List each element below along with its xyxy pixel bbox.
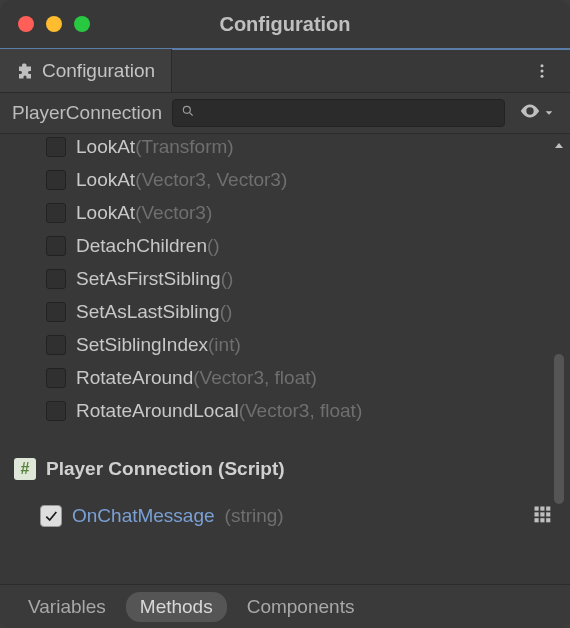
method-name: OnChatMessage [72,505,215,527]
method-checkbox[interactable] [46,335,66,355]
method-list-scroll: LookAt(Transform)LookAt(Vector3, Vector3… [0,134,570,584]
svg-rect-9 [540,512,544,516]
method-checkbox[interactable] [46,401,66,421]
method-name: DetachChildren [76,235,207,256]
svg-rect-12 [540,518,544,522]
footer-tabs: Variables Methods Components [0,584,570,628]
method-list: LookAt(Transform)LookAt(Vector3, Vector3… [0,134,570,431]
method-checkbox[interactable] [46,203,66,223]
svg-rect-13 [546,518,550,522]
svg-point-3 [183,106,190,113]
svg-point-0 [541,64,544,67]
method-params: (Vector3) [135,202,212,223]
titlebar: Configuration [0,0,570,48]
close-window-icon[interactable] [18,16,34,32]
svg-rect-7 [546,506,550,510]
tab-bar: Configuration [0,48,570,92]
traffic-lights [18,16,90,32]
method-params: (Vector3, float) [193,367,317,388]
method-name: RotateAroundLocal [76,400,239,421]
method-name: SetAsFirstSibling [76,268,221,289]
method-name: SetAsLastSibling [76,301,220,322]
method-checkbox[interactable] [46,137,66,157]
scroll-up-icon[interactable] [552,140,566,152]
tab-label: Configuration [42,60,155,82]
method-checkbox[interactable] [40,505,62,527]
method-checkbox[interactable] [46,170,66,190]
overflow-menu-button[interactable] [524,62,560,80]
method-params: () [207,235,220,256]
method-params: (string) [225,505,284,527]
method-item[interactable]: DetachChildren() [0,229,570,262]
tab-configuration[interactable]: Configuration [0,49,172,93]
footer-tab-methods[interactable]: Methods [126,592,227,622]
svg-rect-11 [535,518,539,522]
svg-line-4 [190,113,193,116]
svg-point-1 [541,70,544,73]
eye-icon [519,100,541,126]
method-item[interactable]: SetAsFirstSibling() [0,262,570,295]
minimize-window-icon[interactable] [46,16,62,32]
breadcrumb-row: PlayerConnection [0,92,570,134]
method-item[interactable]: LookAt(Vector3) [0,196,570,229]
method-item[interactable]: LookAt(Transform) [0,134,570,163]
footer-tab-variables[interactable]: Variables [14,592,120,622]
method-params: (int) [208,334,241,355]
scrollbar-thumb[interactable] [554,354,564,504]
window: Configuration Configuration PlayerConnec… [0,0,570,628]
method-name: RotateAround [76,367,193,388]
svg-rect-6 [540,506,544,510]
method-params: (Transform) [135,136,234,157]
grid-icon[interactable] [532,504,552,529]
script-icon: # [14,458,36,480]
svg-rect-5 [535,506,539,510]
script-header[interactable]: # Player Connection (Script) [0,449,570,489]
method-item[interactable]: RotateAround(Vector3, float) [0,361,570,394]
method-item[interactable]: SetAsLastSibling() [0,295,570,328]
search-icon [181,104,195,122]
method-name: LookAt [76,136,135,157]
method-checkbox[interactable] [46,302,66,322]
footer-tab-components[interactable]: Components [233,592,369,622]
method-checkbox[interactable] [46,269,66,289]
svg-point-2 [541,75,544,78]
method-params: () [221,268,234,289]
search-input[interactable] [201,104,496,122]
zoom-window-icon[interactable] [74,16,90,32]
method-params: (Vector3, Vector3) [135,169,287,190]
search-input-wrap[interactable] [172,99,505,127]
puzzle-icon [16,62,34,80]
method-name: LookAt [76,202,135,223]
method-name: LookAt [76,169,135,190]
method-checkbox[interactable] [46,368,66,388]
method-item[interactable]: SetSiblingIndex(int) [0,328,570,361]
method-item[interactable]: LookAt(Vector3, Vector3) [0,163,570,196]
method-params: () [220,301,233,322]
chevron-down-icon [544,104,554,122]
method-item-onchatmessage[interactable]: OnChatMessage(string) [0,497,570,535]
method-item[interactable]: RotateAroundLocal(Vector3, float) [0,394,570,427]
script-header-label: Player Connection (Script) [46,458,285,480]
svg-rect-8 [535,512,539,516]
method-checkbox[interactable] [46,236,66,256]
method-name: SetSiblingIndex [76,334,208,355]
scrollbar[interactable] [552,134,566,584]
visibility-toggle-button[interactable] [515,100,558,126]
breadcrumb[interactable]: PlayerConnection [12,102,162,124]
svg-rect-10 [546,512,550,516]
method-params: (Vector3, float) [239,400,363,421]
